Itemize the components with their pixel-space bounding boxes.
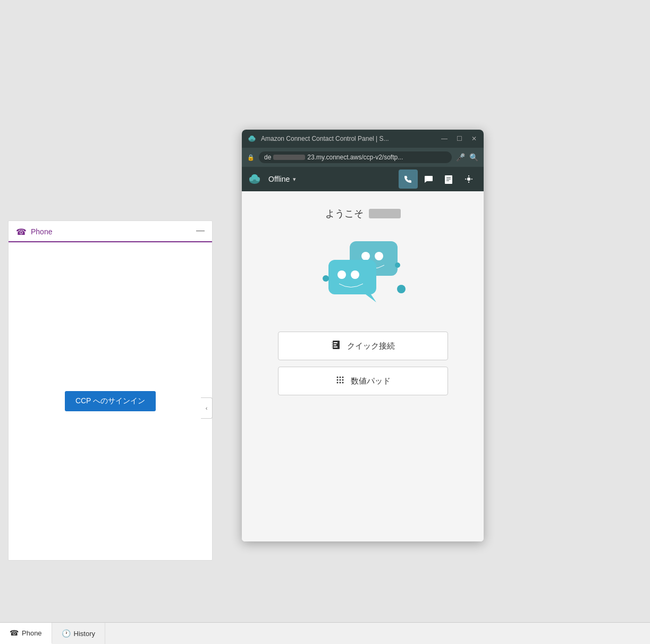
svg-rect-8	[445, 175, 452, 184]
history-tab-label: History	[74, 630, 95, 638]
ccp-action-buttons: クイック接続 数値パッド	[278, 332, 448, 395]
bottom-tab-bar: ☎ Phone 🕐 History	[0, 622, 650, 644]
svg-point-28	[395, 262, 400, 268]
browser-titlebar: Amazon Connect Contact Control Panel | S…	[242, 130, 484, 148]
welcome-text: ようこそ	[325, 207, 401, 220]
svg-point-25	[337, 270, 346, 279]
username-blur	[369, 209, 401, 218]
app-icon	[247, 134, 257, 143]
svg-marker-24	[366, 294, 376, 302]
svg-point-21	[361, 252, 370, 260]
url-main: 23.my.connect.aws/ccp-v2/softp...	[307, 154, 403, 161]
lock-icon: 🔒	[247, 154, 255, 161]
svg-point-7	[251, 174, 258, 180]
numpad-icon	[335, 375, 345, 387]
status-label: Offline	[268, 175, 290, 183]
close-window-button[interactable]: ✕	[470, 135, 478, 142]
svg-rect-36	[332, 346, 333, 348]
phone-tab-button[interactable]	[399, 170, 418, 189]
ccp-content: ようこそ	[242, 191, 484, 541]
phone-tab-label: Phone	[22, 629, 42, 637]
numpad-label: 数値パッド	[351, 376, 391, 386]
svg-point-40	[337, 379, 339, 381]
browser-addressbar: 🔒 de 23.my.connect.aws/ccp-v2/softp... 🎤…	[242, 148, 484, 167]
svg-rect-16	[468, 182, 469, 183]
history-tab-icon: 🕐	[62, 629, 71, 638]
svg-rect-18	[465, 179, 467, 180]
collapse-icon: ‹	[206, 405, 208, 411]
settings-tab-button[interactable]	[459, 170, 478, 189]
status-selector[interactable]: Offline ▾	[265, 173, 395, 185]
browser-window: Amazon Connect Contact Control Panel | S…	[242, 130, 484, 541]
maximize-window-button[interactable]: ☐	[455, 135, 463, 142]
tasks-tab-button[interactable]	[439, 170, 458, 189]
numpad-button[interactable]: 数値パッド	[278, 367, 448, 395]
svg-point-43	[337, 382, 339, 384]
phone-tab-icon: ☎	[10, 629, 19, 637]
ccp-toolbar: Offline ▾	[242, 167, 484, 191]
collapse-button[interactable]: ‹	[201, 397, 213, 419]
ccp-signin-button[interactable]: CCP へのサインイン	[65, 391, 156, 411]
svg-point-22	[375, 252, 383, 260]
ccp-toolbar-icons	[399, 170, 478, 189]
svg-point-14	[468, 179, 469, 180]
svg-point-42	[342, 379, 344, 381]
svg-point-26	[351, 270, 359, 279]
url-prefix: de	[264, 154, 271, 161]
tab-history[interactable]: 🕐 History	[52, 623, 105, 644]
phone-icon: ☎	[16, 227, 27, 237]
svg-rect-35	[332, 344, 333, 345]
svg-rect-15	[468, 175, 469, 177]
ccp-logo	[247, 172, 262, 187]
svg-rect-17	[471, 179, 473, 180]
browser-url-bar[interactable]: de 23.my.connect.aws/ccp-v2/softp...	[259, 151, 452, 163]
svg-point-29	[397, 285, 406, 293]
svg-rect-32	[334, 344, 336, 345]
svg-point-27	[323, 275, 329, 282]
phone-panel-body: CCP へのサインイン	[9, 242, 212, 560]
tab-phone[interactable]: ☎ Phone	[0, 623, 52, 644]
svg-point-3	[250, 135, 254, 139]
status-arrow: ▾	[293, 176, 296, 183]
phone-panel-label: Phone	[31, 227, 52, 236]
phone-panel-title: ☎ Phone	[16, 227, 52, 237]
mic-icon[interactable]: 🎤	[456, 153, 465, 162]
quick-connect-icon	[331, 340, 342, 352]
welcome-label: ようこそ	[325, 207, 364, 220]
svg-point-44	[340, 382, 341, 384]
svg-point-38	[340, 377, 341, 378]
browser-title: Amazon Connect Contact Control Panel | S…	[261, 135, 436, 142]
svg-rect-31	[334, 342, 337, 343]
svg-rect-33	[334, 346, 337, 348]
minimize-window-button[interactable]: —	[440, 135, 449, 142]
svg-point-37	[337, 377, 339, 378]
svg-point-39	[342, 377, 344, 378]
zoom-icon[interactable]: 🔍	[469, 153, 478, 162]
svg-point-45	[342, 382, 344, 384]
browser-controls: — ☐ ✕	[440, 135, 478, 142]
chat-illustration	[320, 236, 406, 305]
chat-tab-button[interactable]	[419, 170, 438, 189]
quick-connect-label: クイック接続	[347, 341, 395, 351]
svg-point-41	[340, 379, 341, 381]
phone-panel: ☎ Phone — CCP へのサインイン	[8, 221, 213, 561]
quick-connect-button[interactable]: クイック接続	[278, 332, 448, 360]
url-blur	[273, 155, 305, 160]
minimize-button[interactable]: —	[196, 226, 205, 237]
phone-panel-header: ☎ Phone —	[9, 221, 212, 242]
svg-rect-34	[332, 342, 333, 343]
